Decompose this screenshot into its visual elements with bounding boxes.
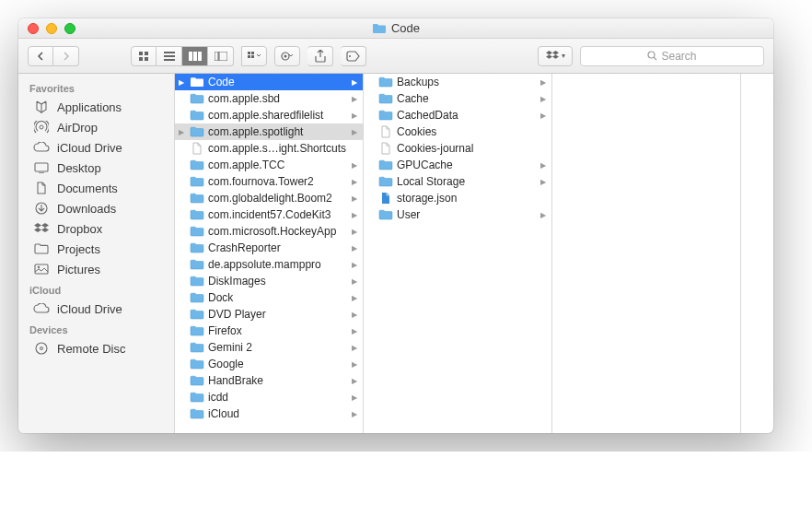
dropbox-toolbar-button[interactable]: ▾ — [538, 46, 573, 66]
sidebar-item-label: Downloads — [57, 202, 116, 216]
folder-icon — [378, 208, 393, 221]
file-row[interactable]: com.apple.s…ight.Shortcuts — [175, 140, 363, 157]
file-row[interactable]: Cookies — [364, 123, 551, 140]
svg-rect-15 — [251, 55, 254, 58]
sidebar-item[interactable]: Pictures — [18, 259, 174, 279]
file-row[interactable]: com.fournova.Tower2▶ — [175, 173, 363, 190]
file-row[interactable]: com.microsoft.HockeyApp▶ — [175, 223, 363, 240]
traffic-lights — [18, 23, 75, 34]
column[interactable]: Backups▶Cache▶CachedData▶CookiesCookies-… — [364, 74, 552, 433]
file-label: HandBrake — [208, 374, 348, 387]
chevron-right-icon: ▶ — [352, 194, 359, 203]
arrange-button[interactable] — [241, 46, 267, 66]
file-row[interactable]: Gemini 2▶ — [175, 339, 363, 356]
forward-button[interactable] — [53, 46, 79, 66]
file-row[interactable]: DVD Player▶ — [175, 306, 363, 323]
pictures-icon — [33, 262, 50, 276]
sidebar-item[interactable]: AirDrop — [18, 117, 174, 137]
action-button[interactable] — [274, 46, 300, 66]
file-row[interactable]: com.globaldelight.Boom2▶ — [175, 190, 363, 206]
sidebar-section-header: Devices — [18, 319, 174, 338]
svg-rect-2 — [139, 57, 143, 61]
chevron-right-icon: ▶ — [352, 277, 359, 286]
file-row[interactable]: Cache▶ — [364, 90, 551, 107]
chevron-right-icon: ▶ — [540, 112, 548, 120]
file-row[interactable]: CrashReporter▶ — [175, 240, 363, 256]
sidebar-item[interactable]: Dropbox — [18, 218, 174, 239]
share-button[interactable] — [307, 46, 333, 66]
file-row[interactable]: ▶com.apple.spotlight▶ — [175, 123, 363, 140]
sidebar-item[interactable]: iCloud Drive — [18, 137, 174, 158]
file-row[interactable]: icdd▶ — [175, 389, 363, 405]
sidebar-item-label: Pictures — [57, 263, 100, 276]
nav-buttons — [28, 46, 79, 66]
column-browser: ▶Code▶com.apple.sbd▶com.apple.sharedfile… — [175, 74, 773, 433]
column-view-button[interactable] — [182, 46, 208, 66]
cloud-icon — [33, 301, 50, 316]
chevron-right-icon: ▶ — [352, 377, 359, 385]
column[interactable]: ▶Code▶com.apple.sbd▶com.apple.sharedfile… — [175, 74, 364, 433]
file-label: com.apple.sbd — [208, 92, 348, 105]
folder-icon — [33, 241, 50, 256]
file-label: storage.json — [397, 192, 548, 205]
gallery-view-button[interactable] — [208, 46, 234, 66]
svg-rect-25 — [35, 264, 48, 274]
sidebar-item[interactable]: Remote Disc — [18, 338, 174, 358]
sidebar-item[interactable]: Downloads — [18, 198, 174, 218]
minimize-button[interactable] — [46, 23, 57, 34]
finder-window: Code ▾ Search FavoritesApplicationsAirDr… — [18, 18, 773, 433]
folder-icon — [372, 23, 387, 34]
file-row[interactable]: HandBrake▶ — [175, 372, 363, 389]
svg-point-19 — [648, 52, 655, 58]
file-row[interactable]: com.apple.TCC▶ — [175, 157, 363, 173]
file-row[interactable]: Backups▶ — [364, 74, 551, 90]
file-row[interactable]: User▶ — [364, 206, 551, 223]
file-label: com.apple.spotlight — [208, 125, 348, 138]
chevron-right-icon: ▶ — [352, 344, 359, 352]
file-label: com.incident57.CodeKit3 — [208, 208, 348, 221]
file-row[interactable]: Google▶ — [175, 356, 363, 372]
file-row[interactable]: iCloud▶ — [175, 405, 363, 422]
sidebar-item-label: iCloud Drive — [57, 302, 122, 316]
file-row[interactable]: Dock▶ — [175, 289, 363, 306]
svg-rect-14 — [248, 55, 250, 58]
chevron-right-icon: ▶ — [352, 393, 359, 402]
file-row[interactable]: com.apple.sharedfilelist▶ — [175, 107, 363, 123]
list-view-button[interactable] — [157, 46, 182, 66]
file-row[interactable]: Cookies-journal — [364, 140, 551, 157]
sidebar-item[interactable]: Projects — [18, 239, 174, 259]
search-field[interactable]: Search — [580, 46, 764, 66]
svg-rect-8 — [193, 52, 197, 61]
file-row[interactable]: Local Storage▶ — [364, 173, 551, 190]
file-label: icdd — [208, 391, 348, 404]
folder-icon — [378, 109, 393, 122]
applications-icon — [33, 100, 50, 114]
svg-point-17 — [284, 54, 287, 57]
file-row[interactable]: DiskImages▶ — [175, 273, 363, 289]
file-row[interactable]: ▶Code▶ — [175, 74, 363, 90]
chevron-right-icon: ▶ — [540, 95, 548, 103]
file-row[interactable]: Firefox▶ — [175, 323, 363, 339]
column[interactable] — [552, 74, 741, 433]
chevron-right-icon: ▶ — [352, 95, 359, 103]
window-title-text: Code — [391, 21, 420, 35]
back-button[interactable] — [28, 46, 53, 66]
sidebar-item-label: Desktop — [57, 161, 101, 175]
file-row[interactable]: storage.json — [364, 190, 551, 206]
zoom-button[interactable] — [64, 23, 75, 34]
sidebar-item[interactable]: Desktop — [18, 158, 174, 178]
file-row[interactable]: de.appsolute.mamppro▶ — [175, 256, 363, 273]
close-button[interactable] — [28, 23, 39, 34]
sidebar-item[interactable]: Documents — [18, 178, 174, 198]
file-row[interactable]: GPUCache▶ — [364, 157, 551, 173]
sidebar-item[interactable]: iCloud Drive — [18, 299, 174, 319]
folder-icon — [190, 324, 204, 337]
tags-button[interactable] — [341, 46, 366, 66]
file-row[interactable]: CachedData▶ — [364, 107, 551, 123]
file-row[interactable]: com.apple.sbd▶ — [175, 90, 363, 107]
chevron-right-icon: ▶ — [352, 244, 359, 252]
icon-view-button[interactable] — [131, 46, 157, 66]
file-row[interactable]: com.incident57.CodeKit3▶ — [175, 206, 363, 223]
chevron-right-icon: ▶ — [352, 360, 359, 369]
sidebar-item[interactable]: Applications — [18, 97, 174, 117]
